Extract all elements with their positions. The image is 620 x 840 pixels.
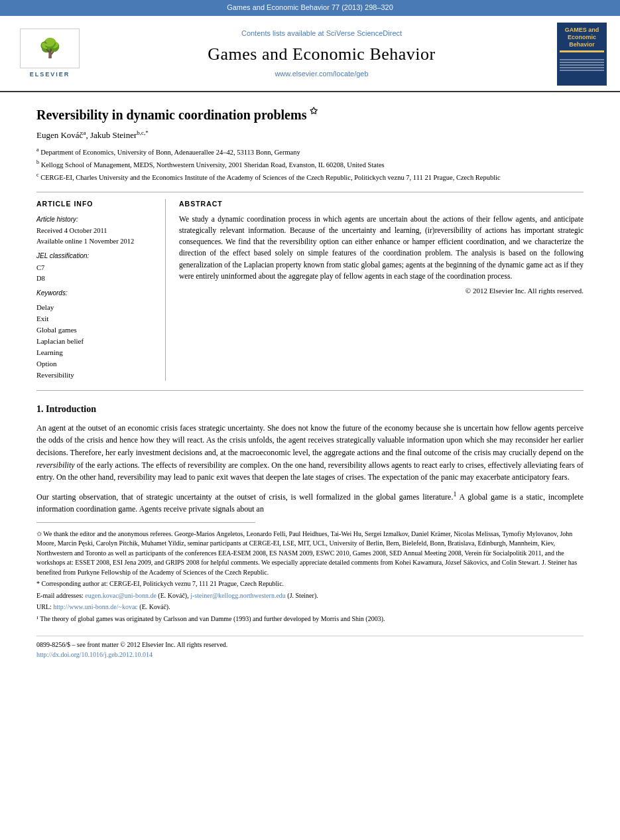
email-footnote: E-mail addresses: eugen.kovac@uni-bonn.d… [36, 591, 584, 601]
affil-c-text: CERGE-EI, Charles University and the Eco… [40, 174, 501, 181]
journal-center: Contents lists available at SciVerse Sci… [86, 29, 557, 80]
jel-c7: C7 [36, 263, 155, 273]
jel-label: JEL classification: [36, 251, 155, 261]
star-footnote: ✩ We thank the editor and the anonymous … [36, 529, 584, 578]
url-link[interactable]: http://www.uni-bonn.de/~kovac [53, 603, 138, 610]
journal-citation-bar: Games and Economic Behavior 77 (2013) 29… [0, 0, 620, 16]
paper-title: Reversibility in dynamic coordination pr… [36, 105, 584, 123]
sciverse-link[interactable]: Contents lists available at SciVerse Sci… [86, 29, 557, 39]
section-divider-2 [36, 390, 584, 391]
paper-content: Reversibility in dynamic coordination pr… [0, 105, 620, 660]
keyword-delay: Delay [36, 303, 155, 313]
affiliations: a Department of Economics, University of… [36, 146, 584, 183]
reversibility-emphasis: reversibility [36, 460, 75, 470]
keyword-global-games: Global games [36, 325, 155, 336]
elsevier-label: ELSEVIER [30, 70, 70, 79]
footnote-1: ¹ The theory of global games was origina… [36, 614, 584, 624]
keywords-label: Keywords: [36, 289, 155, 299]
article-info-column: ARTICLE INFO Article history: Received 4… [36, 199, 166, 381]
jel-d8: D8 [36, 273, 155, 283]
article-info-header: ARTICLE INFO [36, 199, 155, 209]
bottom-bar: 0899-8256/$ – see front matter © 2012 El… [36, 636, 584, 660]
received-date: Received 4 October 2011 [36, 226, 155, 236]
affil-a-sup: a [36, 147, 39, 153]
sciverse-anchor[interactable]: SciVerse ScienceDirect [326, 29, 402, 37]
url-author: (E. Kováč). [139, 603, 170, 610]
info-abstract-columns: ARTICLE INFO Article history: Received 4… [36, 199, 584, 381]
affiliation-c: c CERGE-EI, Charles University and the E… [36, 171, 584, 182]
available-date: Available online 1 November 2012 [36, 236, 155, 246]
affil-a-text: Department of Economics, University of B… [40, 148, 300, 155]
keyword-reversibility: Reversibility [36, 370, 155, 381]
journal-url[interactable]: www.elsevier.com/locate/geb [86, 69, 557, 80]
keyword-laplacian: Laplacian belief [36, 336, 155, 347]
history-label: Article history: [36, 215, 155, 225]
abstract-header: ABSTRACT [179, 199, 584, 209]
affil-b-text: Kellogg School of Management, MEDS, Nort… [41, 161, 385, 168]
email1-link[interactable]: eugen.kovac@uni-bonn.de [85, 592, 156, 599]
keyword-exit: Exit [36, 314, 155, 324]
url-footnote: URL: http://www.uni-bonn.de/~kovac (E. K… [36, 602, 584, 612]
affil-b-sup: b [36, 159, 39, 165]
citation-text: Games and Economic Behavior 77 (2013) 29… [227, 3, 393, 11]
elsevier-logo: 🌳 ELSEVIER [13, 29, 86, 79]
section1-title: 1. Introduction [36, 403, 584, 416]
paper-title-star: ✩ [310, 107, 318, 116]
authors-line: Eugen Kováča, Jakub Steinerb,c,* [36, 129, 584, 142]
intro-paragraph-1: An agent at the outset of an economic cr… [36, 422, 584, 484]
email2-author: (J. Steiner). [287, 592, 318, 599]
jel-codes: C7 D8 [36, 263, 155, 283]
abstract-text: We study a dynamic coordination process … [179, 214, 584, 283]
journal-cover-image: GAMES andEconomicBehavior [557, 23, 607, 86]
footnote-divider [36, 522, 255, 523]
footnote-ref-1: 1 [453, 490, 456, 498]
affiliation-b: b Kellogg School of Management, MEDS, No… [36, 159, 584, 170]
journal-title: Games and Economic Behavior [86, 42, 557, 67]
abstract-copyright: © 2012 Elsevier Inc. All rights reserved… [179, 286, 584, 297]
author2-sup: b,c,* [137, 129, 149, 136]
keyword-learning: Learning [36, 348, 155, 358]
elsevier-tree-icon: 🌳 [38, 39, 62, 58]
email1-author: (E. Kováč), [158, 592, 188, 599]
paper-title-text: Reversibility in dynamic coordination pr… [36, 107, 306, 122]
keywords-list: Delay Exit Global games Laplacian belief… [36, 303, 155, 381]
affil-c-sup: c [36, 172, 39, 178]
cover-top-text: GAMES andEconomicBehavior [565, 27, 599, 48]
sciverse-text: SciVerse ScienceDirect [326, 29, 402, 37]
journal-url-link[interactable]: www.elsevier.com/locate/geb [275, 70, 368, 78]
elsevier-logo-box: 🌳 [20, 29, 80, 68]
affiliation-a: a Department of Economics, University of… [36, 146, 584, 157]
author2-name: , Jakub Steiner [86, 130, 137, 140]
corresponding-footnote: * Corresponding author at: CERGE-EI, Pol… [36, 579, 584, 589]
issn-text: 0899-8256/$ – see front matter © 2012 El… [36, 641, 227, 648]
intro-paragraph-2: Our starting observation, that of strate… [36, 489, 584, 516]
abstract-column: ABSTRACT We study a dynamic coordination… [179, 199, 584, 381]
keyword-option: Option [36, 359, 155, 370]
cover-decorative-lines [560, 58, 604, 72]
cover-decorative-bar [560, 50, 604, 52]
history-dates: Received 4 October 2011 Available online… [36, 226, 155, 246]
email2-link[interactable]: j-steiner@kellogg.northwestern.edu [190, 592, 286, 599]
author1-name: Eugen Kováč [36, 130, 83, 140]
section-divider [36, 192, 584, 192]
doi-link[interactable]: http://dx.doi.org/10.1016/j.geb.2012.10.… [36, 651, 153, 658]
footnotes-section: ✩ We thank the editor and the anonymous … [36, 529, 584, 624]
journal-header: 🌳 ELSEVIER Contents lists available at S… [0, 16, 620, 92]
sciverse-prefix: Contents lists available at [241, 29, 326, 37]
